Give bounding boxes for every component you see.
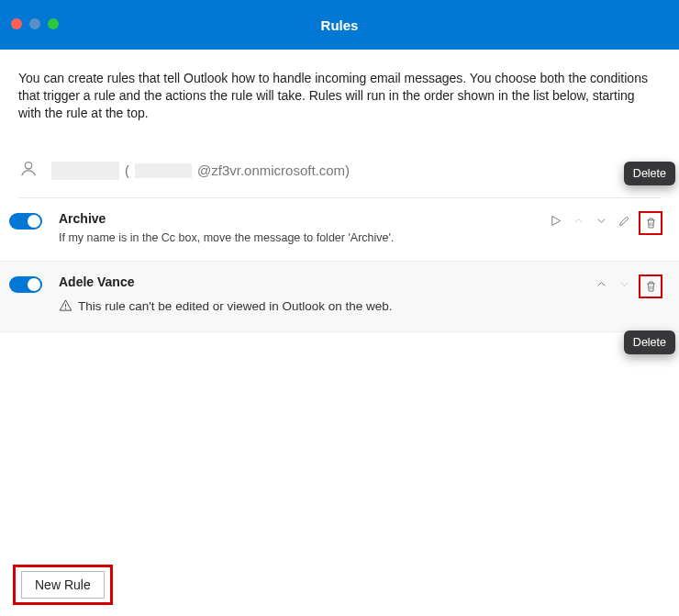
edit-rule-icon[interactable] bbox=[618, 214, 631, 231]
svg-point-1 bbox=[65, 308, 66, 309]
account-label: ( @zf3vr.onmicrosoft.com) bbox=[51, 162, 350, 180]
footer: New Rule bbox=[13, 565, 113, 605]
titlebar: Rules bbox=[0, 0, 679, 50]
rule-warning-text: This rule can't be edited or viewed in O… bbox=[78, 299, 393, 313]
account-domain: @zf3vr.onmicrosoft.com) bbox=[197, 162, 350, 178]
rule-actions bbox=[595, 276, 661, 297]
new-rule-button[interactable]: New Rule bbox=[21, 571, 105, 599]
delete-rule-button[interactable] bbox=[640, 276, 661, 297]
window-title: Rules bbox=[321, 17, 359, 33]
rule-warning-row: This rule can't be edited or viewed in O… bbox=[59, 298, 589, 315]
zoom-window-button[interactable] bbox=[48, 18, 59, 29]
rule-enabled-toggle[interactable] bbox=[9, 213, 42, 230]
redacted-name bbox=[51, 162, 119, 180]
close-window-button[interactable] bbox=[11, 18, 22, 29]
new-rule-highlight: New Rule bbox=[13, 565, 113, 605]
warning-icon bbox=[59, 298, 72, 315]
move-down-icon[interactable] bbox=[595, 214, 608, 231]
intro-text: You can create rules that tell Outlook h… bbox=[18, 70, 661, 122]
open-paren: ( bbox=[125, 162, 129, 178]
rules-dialog: Rules You can create rules that tell Out… bbox=[0, 0, 679, 616]
content-area: You can create rules that tell Outlook h… bbox=[0, 50, 679, 198]
account-row: ( @zf3vr.onmicrosoft.com) bbox=[18, 159, 661, 198]
rule-row[interactable]: Archive If my name is in the Cc box, mov… bbox=[0, 198, 679, 262]
rule-body: Archive If my name is in the Cc box, mov… bbox=[59, 211, 543, 244]
move-up-icon[interactable] bbox=[572, 214, 585, 231]
svg-point-0 bbox=[25, 162, 31, 168]
rule-row[interactable]: Adele Vance This rule can't be edited or… bbox=[0, 262, 679, 332]
rule-description: If my name is in the Cc box, move the me… bbox=[59, 231, 543, 244]
window-controls bbox=[11, 18, 59, 29]
run-rule-icon[interactable] bbox=[549, 214, 562, 231]
minimize-window-button[interactable] bbox=[29, 18, 40, 29]
delete-tooltip: Delete bbox=[624, 162, 675, 185]
redacted-alias bbox=[135, 163, 192, 178]
delete-rule-button[interactable] bbox=[640, 213, 661, 233]
rule-title: Archive bbox=[59, 211, 543, 226]
rule-actions bbox=[549, 213, 661, 233]
delete-tooltip: Delete bbox=[624, 330, 675, 354]
move-up-icon[interactable] bbox=[595, 277, 608, 295]
person-icon bbox=[18, 159, 39, 183]
rule-title: Adele Vance bbox=[59, 274, 589, 289]
rule-enabled-toggle[interactable] bbox=[9, 276, 42, 293]
rule-body: Adele Vance This rule can't be edited or… bbox=[59, 274, 589, 315]
move-down-icon[interactable] bbox=[618, 277, 631, 295]
